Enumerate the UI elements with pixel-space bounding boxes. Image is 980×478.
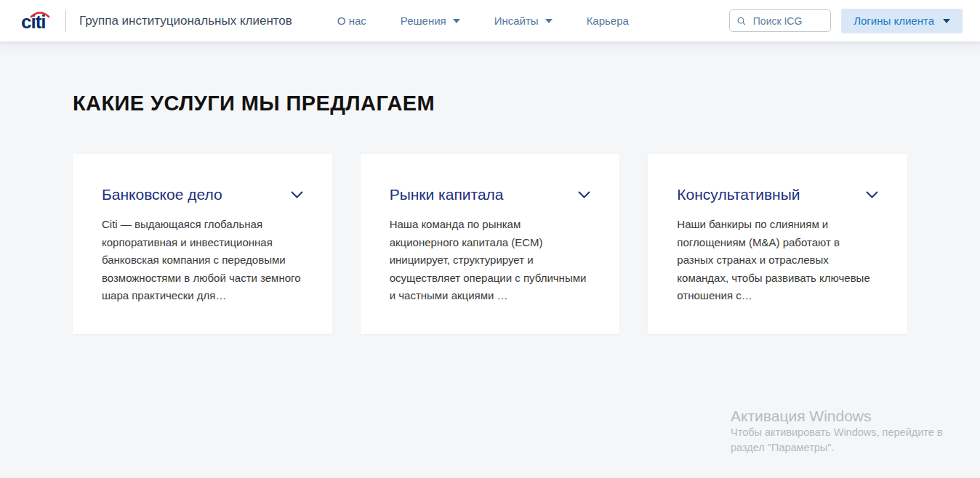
chevron-down-icon[interactable] bbox=[291, 191, 303, 199]
citi-logo[interactable]: citi bbox=[20, 9, 54, 33]
chevron-down-icon bbox=[943, 19, 950, 23]
nav-item-solutions[interactable]: Решения bbox=[401, 15, 460, 27]
card-description: Наша команда по рынкам акционерного капи… bbox=[390, 216, 591, 305]
site-title: Группа институциональных клиентов bbox=[79, 14, 292, 28]
nav-item-label: Решения bbox=[401, 15, 446, 27]
services-cards: Банковское дело Citi — выдающаяся глобал… bbox=[73, 154, 907, 334]
client-logins-button[interactable]: Логины клиента bbox=[841, 9, 963, 33]
nav-item-about[interactable]: О нас bbox=[337, 15, 366, 27]
card-banking-header[interactable]: Банковское дело bbox=[102, 186, 303, 203]
nav-item-label: Инсайты bbox=[494, 15, 539, 27]
card-capital-markets: Рынки капитала Наша команда по рынкам ак… bbox=[361, 154, 620, 334]
main-nav: О нас Решения Инсайты Карьера bbox=[337, 15, 629, 27]
nav-item-careers[interactable]: Карьера bbox=[587, 15, 629, 27]
search-icon bbox=[737, 16, 746, 26]
nav-item-insights[interactable]: Инсайты bbox=[494, 15, 553, 27]
chevron-down-icon[interactable] bbox=[866, 191, 878, 199]
nav-item-label: Карьера bbox=[587, 15, 629, 27]
search-box[interactable] bbox=[729, 9, 831, 32]
header-divider bbox=[65, 10, 66, 32]
chevron-down-icon[interactable] bbox=[578, 191, 590, 199]
nav-item-label: О нас bbox=[337, 15, 366, 27]
card-advisory: Консультативный Наши банкиры по слияниям… bbox=[648, 154, 907, 334]
card-title: Консультативный bbox=[677, 186, 800, 203]
main-content: КАКИЕ УСЛУГИ МЫ ПРЕДЛАГАЕМ Банковское де… bbox=[0, 42, 980, 478]
chevron-down-icon bbox=[453, 19, 460, 23]
card-banking: Банковское дело Citi — выдающаяся глобал… bbox=[73, 154, 332, 334]
card-title: Банковское дело bbox=[102, 186, 222, 203]
card-description: Citi — выдающаяся глобальная корпоративн… bbox=[102, 216, 303, 305]
chevron-down-icon bbox=[545, 19, 553, 23]
client-logins-label: Логины клиента bbox=[854, 15, 934, 27]
card-title: Рынки капитала bbox=[390, 186, 504, 203]
card-capital-markets-header[interactable]: Рынки капитала bbox=[390, 186, 591, 203]
search-input[interactable] bbox=[752, 15, 823, 28]
card-description: Наши банкиры по слияниям и поглощениям (… bbox=[677, 216, 878, 305]
citi-logo-icon: citi bbox=[20, 9, 54, 33]
page-title: КАКИЕ УСЛУГИ МЫ ПРЕДЛАГАЕМ bbox=[73, 92, 907, 116]
header: citi Группа институциональных клиентов О… bbox=[0, 0, 980, 42]
card-advisory-header[interactable]: Консультативный bbox=[677, 186, 878, 203]
